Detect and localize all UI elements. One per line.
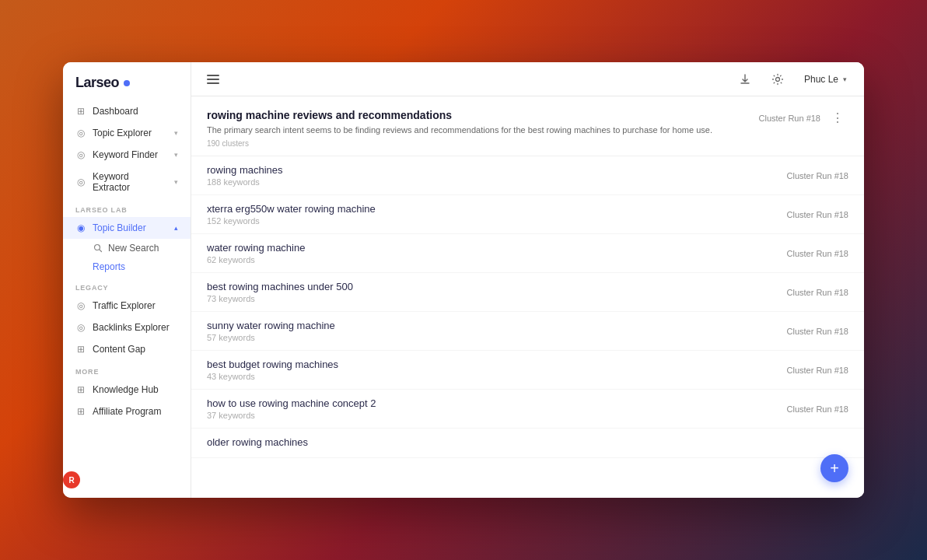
cluster-item[interactable]: older rowing machines xyxy=(191,429,864,458)
header-actions: Cluster Run #18 ⋮ xyxy=(759,109,849,127)
sidebar-item-label: Content Gap xyxy=(93,344,178,355)
dashboard-icon: ⊞ xyxy=(75,106,86,117)
affiliate-icon: ⊞ xyxy=(75,406,86,417)
cluster-run-badge: Cluster Run #18 xyxy=(787,404,849,414)
content-meta: 190 clusters xyxy=(207,139,712,148)
sidebar-item-traffic-explorer[interactable]: ◎ Traffic Explorer xyxy=(63,295,191,317)
sub-item-label: New Search xyxy=(108,243,159,254)
cluster-title: sunny water rowing machine xyxy=(207,320,335,331)
sub-item-label: Reports xyxy=(93,261,125,272)
sidebar-item-label: Topic Explorer xyxy=(93,128,168,138)
cluster-keywords: 152 keywords xyxy=(207,216,376,226)
cluster-item[interactable]: xterra erg550w water rowing machine 152 … xyxy=(191,195,864,234)
sidebar-item-label: Dashboard xyxy=(93,106,178,117)
cluster-item[interactable]: best rowing machines under 500 73 keywor… xyxy=(191,273,864,312)
sidebar-item-label: Backlinks Explorer xyxy=(93,322,178,333)
sidebar-item-label: Affiliate Program xyxy=(93,406,178,417)
logo-dot xyxy=(124,80,130,86)
fab-add-button[interactable]: + xyxy=(820,454,848,482)
search-icon xyxy=(93,243,103,254)
sidebar-sub-reports[interactable]: Reports xyxy=(63,257,191,276)
sidebar-item-label: Knowledge Hub xyxy=(93,384,178,395)
sidebar-item-dashboard[interactable]: ⊞ Dashboard xyxy=(63,100,191,122)
sidebar-item-keyword-finder[interactable]: ◎ Keyword Finder ▾ xyxy=(63,144,191,166)
svg-point-2 xyxy=(775,77,779,81)
cluster-title: best rowing machines under 500 xyxy=(207,281,353,292)
cluster-item[interactable]: how to use rowing machine concept 2 37 k… xyxy=(191,390,864,429)
sidebar-item-label: Topic Builder xyxy=(93,222,168,233)
more-options-button[interactable]: ⋮ xyxy=(827,109,848,127)
main-area: Phuc Le ▾ rowing machine reviews and rec… xyxy=(191,62,864,498)
cluster-keywords: 43 keywords xyxy=(207,372,338,381)
chevron-down-icon: ▾ xyxy=(174,151,178,159)
cluster-keywords: 62 keywords xyxy=(207,255,305,264)
sidebar-item-label: Keyword Extractor xyxy=(93,171,168,193)
content-gap-icon: ⊞ xyxy=(75,344,86,355)
sidebar-item-topic-explorer[interactable]: ◎ Topic Explorer ▾ xyxy=(63,122,191,144)
cluster-badge: Cluster Run #18 xyxy=(759,114,821,123)
keyword-finder-icon: ◎ xyxy=(75,149,86,160)
sidebar-item-label: Traffic Explorer xyxy=(93,300,178,311)
plus-icon: + xyxy=(830,460,839,478)
user-name: Phuc Le xyxy=(804,74,838,85)
cluster-item[interactable]: water rowing machine 62 keywords Cluster… xyxy=(191,234,864,273)
content-description: The primary search intent seems to be fi… xyxy=(207,124,712,136)
content-area: rowing machine reviews and recommendatio… xyxy=(191,96,864,498)
cluster-title: older rowing machines xyxy=(207,436,308,448)
topic-builder-icon: ◉ xyxy=(75,222,86,233)
larseo-lab-section: LARSEO LAB xyxy=(63,198,191,217)
chevron-up-icon: ▴ xyxy=(174,224,178,232)
cluster-title: best budget rowing machines xyxy=(207,359,338,370)
bottom-indicator: R xyxy=(63,471,82,490)
cluster-title: xterra erg550w water rowing machine xyxy=(207,203,376,215)
sidebar-sub-new-search[interactable]: New Search xyxy=(63,239,191,257)
topbar: Phuc Le ▾ xyxy=(191,62,864,96)
chevron-down-icon: ▾ xyxy=(174,129,178,137)
sidebar-item-affiliate-program[interactable]: ⊞ Affiliate Program xyxy=(63,401,191,422)
keyword-extractor-icon: ◎ xyxy=(75,177,86,187)
cluster-title: rowing machines xyxy=(207,164,283,176)
cluster-keywords: 37 keywords xyxy=(207,411,376,420)
traffic-explorer-icon: ◎ xyxy=(75,300,86,311)
cluster-item[interactable]: rowing machines 188 keywords Cluster Run… xyxy=(191,156,864,195)
cluster-run-badge: Cluster Run #18 xyxy=(787,327,849,336)
hamburger-button[interactable] xyxy=(204,72,222,87)
cluster-run-badge: Cluster Run #18 xyxy=(787,171,849,180)
cluster-list: rowing machines 188 keywords Cluster Run… xyxy=(191,156,864,458)
cluster-item[interactable]: sunny water rowing machine 57 keywords C… xyxy=(191,312,864,351)
cluster-title: how to use rowing machine concept 2 xyxy=(207,397,376,409)
sidebar-item-keyword-extractor[interactable]: ◎ Keyword Extractor ▾ xyxy=(63,166,191,198)
cluster-keywords: 57 keywords xyxy=(207,333,335,342)
logo-text: Larseo xyxy=(75,75,119,91)
sidebar: Larseo ⊞ Dashboard ◎ Topic Explorer ▾ ◎ … xyxy=(63,62,191,498)
cluster-run-badge: Cluster Run #18 xyxy=(787,249,849,258)
cluster-keywords: 188 keywords xyxy=(207,177,283,187)
backlinks-explorer-icon: ◎ xyxy=(75,322,86,333)
user-menu[interactable]: Phuc Le ▾ xyxy=(799,71,852,88)
content-title: rowing machine reviews and recommendatio… xyxy=(207,109,712,121)
cluster-run-badge: Cluster Run #18 xyxy=(787,210,849,219)
cluster-run-badge: Cluster Run #18 xyxy=(787,288,849,297)
logo: Larseo xyxy=(63,62,191,100)
knowledge-hub-icon: ⊞ xyxy=(75,384,86,395)
legacy-section: LEGACY xyxy=(63,276,191,295)
chevron-down-icon: ▾ xyxy=(174,178,178,186)
content-wrapper: rowing machine reviews and recommendatio… xyxy=(191,96,864,498)
cluster-title: water rowing machine xyxy=(207,242,305,254)
cluster-run-badge: Cluster Run #18 xyxy=(787,366,849,375)
sidebar-item-backlinks-explorer[interactable]: ◎ Backlinks Explorer xyxy=(63,317,191,338)
content-header: rowing machine reviews and recommendatio… xyxy=(191,96,864,156)
sidebar-item-knowledge-hub[interactable]: ⊞ Knowledge Hub xyxy=(63,379,191,401)
svg-line-1 xyxy=(100,250,102,252)
sidebar-item-content-gap[interactable]: ⊞ Content Gap xyxy=(63,338,191,360)
settings-button[interactable] xyxy=(767,68,789,90)
topic-explorer-icon: ◎ xyxy=(75,128,86,138)
cluster-item[interactable]: best budget rowing machines 43 keywords … xyxy=(191,351,864,390)
cluster-keywords: 73 keywords xyxy=(207,294,353,303)
more-section: MORE xyxy=(63,360,191,379)
topbar-icons: Phuc Le ▾ xyxy=(734,68,852,90)
user-chevron-icon: ▾ xyxy=(843,75,847,83)
sidebar-item-topic-builder[interactable]: ◉ Topic Builder ▴ xyxy=(63,217,191,239)
sidebar-item-label: Keyword Finder xyxy=(93,149,168,160)
download-button[interactable] xyxy=(734,68,756,90)
